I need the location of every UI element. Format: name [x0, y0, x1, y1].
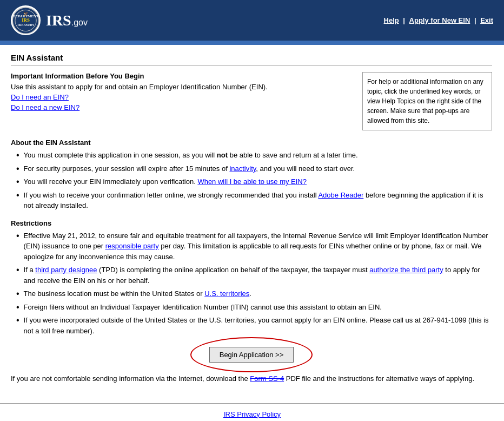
about-bullets-list: You must complete this application in on…	[11, 150, 492, 211]
svg-text:TREASURY: TREASURY	[17, 23, 35, 26]
list-item: Foreign filers without an Individual Tax…	[16, 302, 492, 313]
logo-area: DEPARTMENT IRS TREASURY 🦅 IRS.gov	[11, 5, 88, 35]
form-ss4-link[interactable]: Form SS-4	[250, 374, 284, 383]
about-section: About the EIN Assistant You must complet…	[11, 139, 492, 211]
irs-gov-suffix: .gov	[71, 18, 88, 27]
authorize-third-party-link[interactable]: authorize the third party	[369, 266, 443, 274]
us-territories-link[interactable]: U.S. territories	[204, 290, 249, 298]
important-section-header: Important Information Before You Begin	[11, 72, 352, 80]
intro-left-panel: Important Information Before You Begin U…	[11, 72, 352, 130]
about-section-header: About the EIN Assistant	[11, 139, 492, 147]
third-party-designee-link[interactable]: third party designee	[35, 266, 97, 274]
list-item: If you were incorporated outside of the …	[16, 315, 492, 336]
do-i-need-ein-link[interactable]: Do I need an EIN?	[11, 93, 69, 101]
page-title: EIN Assistant	[11, 53, 492, 65]
svg-text:🦅: 🦅	[23, 11, 29, 16]
help-link[interactable]: Help	[384, 16, 399, 24]
blue-divider-bar	[0, 41, 504, 45]
begin-application-button[interactable]: Begin Application >>	[209, 347, 294, 363]
apply-new-ein-link[interactable]: Apply for New EIN	[409, 16, 470, 24]
adobe-reader-link[interactable]: Adobe Reader	[318, 191, 363, 199]
list-item: Effective May 21, 2012, to ensure fair a…	[16, 231, 492, 262]
footer-note: If you are not comfortable sending infor…	[11, 373, 492, 384]
list-item: If a third party designee (TPD) is compl…	[16, 265, 492, 286]
exit-link[interactable]: Exit	[480, 16, 493, 24]
restrictions-bullets-list: Effective May 21, 2012, to ensure fair a…	[11, 231, 492, 337]
page-header: DEPARTMENT IRS TREASURY 🦅 IRS.gov Help |…	[0, 0, 504, 41]
svg-text:IRS: IRS	[22, 17, 30, 22]
intro-section: Important Information Before You Begin U…	[11, 72, 492, 130]
restrictions-section-header: Restrictions	[11, 219, 492, 227]
list-item: You will receive your EIN immediately up…	[16, 176, 492, 187]
main-content-area: EIN Assistant Important Information Befo…	[0, 45, 503, 392]
list-item: You must complete this application in on…	[16, 150, 492, 161]
begin-button-wrapper: Begin Application >>	[209, 347, 294, 363]
do-i-need-new-ein-link[interactable]: Do I need a new EIN?	[11, 103, 79, 111]
inactivity-link[interactable]: inactivity	[229, 165, 256, 173]
list-item: The business location must be within the…	[16, 288, 492, 299]
when-use-ein-link[interactable]: When will I be able to use my EIN?	[197, 177, 307, 186]
list-item: If you wish to receive your confirmation…	[16, 190, 492, 211]
page-footer: IRS Privacy Policy	[0, 403, 504, 422]
irs-seal-icon: DEPARTMENT IRS TREASURY 🦅	[11, 5, 41, 35]
list-item: For security purposes, your session will…	[16, 163, 492, 174]
irs-name: IRS	[46, 12, 71, 29]
restrictions-section: Restrictions Effective May 21, 2012, to …	[11, 219, 492, 337]
privacy-policy-link[interactable]: IRS Privacy Policy	[223, 410, 281, 418]
important-intro-text: Use this assistant to apply for and obta…	[11, 83, 352, 91]
irs-logo-text: IRS.gov	[46, 12, 88, 29]
begin-application-area: Begin Application >>	[11, 347, 492, 363]
responsible-party-link[interactable]: responsible party	[105, 242, 159, 250]
help-box: For help or additional information on an…	[362, 72, 492, 130]
header-navigation: Help | Apply for New EIN | Exit	[384, 16, 493, 24]
